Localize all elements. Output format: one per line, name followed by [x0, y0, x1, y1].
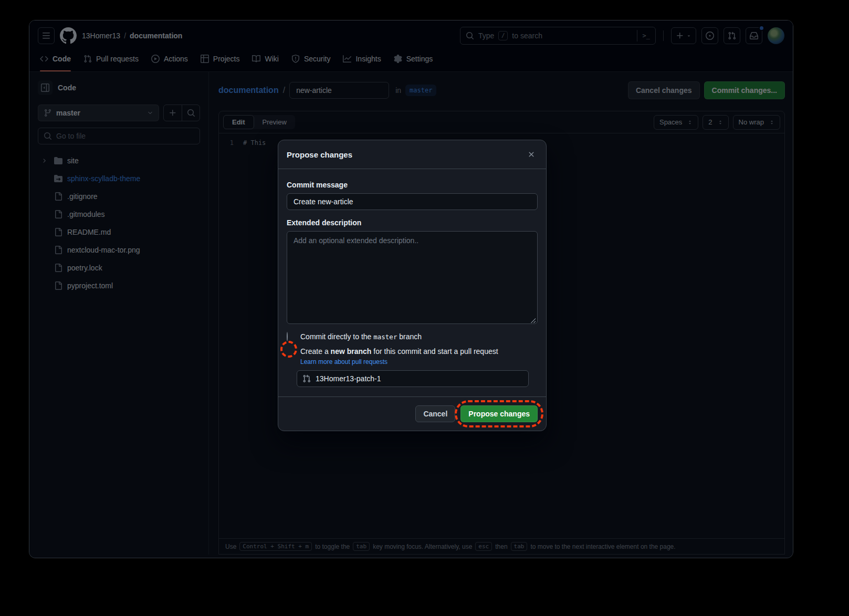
github-window: 13Homer13 / documentation Type / to sear… — [29, 20, 793, 558]
close-button[interactable] — [525, 148, 538, 161]
dialog-header: Propose changes — [278, 140, 546, 169]
create-branch-label: Create a new branch for this commit and … — [300, 347, 498, 356]
commit-message-label: Commit message — [287, 181, 538, 189]
annotation-circle — [280, 341, 297, 358]
new-branch-name-field[interactable] — [297, 370, 529, 387]
commit-directly-label: Commit directly to the master branch — [300, 332, 422, 341]
radio-unchecked-icon[interactable] — [287, 332, 288, 341]
create-branch-option[interactable]: Create a new branch for this commit and … — [287, 347, 538, 356]
extended-description-wrap — [287, 231, 538, 326]
dialog-title: Propose changes — [287, 150, 352, 159]
propose-changes-dialog: Propose changes Commit message Extended … — [278, 140, 547, 431]
branch-name-input[interactable] — [316, 374, 523, 383]
close-icon — [527, 150, 536, 159]
cancel-button[interactable]: Cancel — [415, 405, 455, 422]
learn-more-link[interactable]: Learn more about pull requests — [300, 358, 538, 366]
pull-request-icon — [302, 374, 311, 383]
dialog-body: Commit message Extended description Comm… — [278, 169, 546, 396]
dialog-footer: Cancel Propose changes — [278, 396, 546, 431]
extended-description-label: Extended description — [287, 218, 538, 227]
commit-directly-option[interactable]: Commit directly to the master branch — [287, 332, 538, 341]
extended-description-textarea[interactable] — [287, 231, 538, 324]
commit-message-input[interactable] — [287, 193, 538, 210]
propose-changes-button[interactable]: Propose changes — [460, 405, 538, 422]
